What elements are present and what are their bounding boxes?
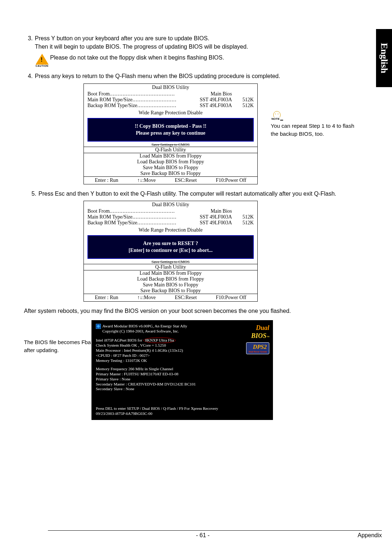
key-hint: ↑↓:Move — [137, 295, 156, 301]
menu-item: Load Main BIOS from Floppy — [84, 153, 257, 159]
banner-line: !! Copy BIOS completed - Pass !! — [88, 123, 253, 129]
label: Boot From — [87, 208, 110, 214]
boot-line: Intel i875P AGPset BIOS for — [96, 338, 142, 342]
boot-line: Press DEL to enter SETUP / Dual BIOS / Q… — [96, 406, 218, 411]
after-paragraph: After system reboots, you may find the B… — [24, 307, 365, 315]
qflash-title: Q-Flash Utility — [84, 147, 257, 153]
size: 512K — [232, 214, 254, 220]
note-text: You can repeat Step 1 to 4 to flash the … — [271, 122, 354, 138]
bios-dialog-2: Dual BIOS Utility Boot From.............… — [83, 201, 258, 302]
energy-icon — [96, 324, 101, 329]
bios-banner: Are you sure to RESET ? [Enter] to conti… — [87, 235, 254, 259]
bios-footer: Enter : Run ↑↓:Move ESC:Reset F10:Power … — [84, 294, 257, 301]
label: Main ROM Type/Size — [87, 214, 132, 220]
boot-line: Secondary Slave : None — [96, 387, 134, 391]
boot-line: Check System Health OK , VCore = 1.5250 — [96, 343, 166, 347]
bios-title: Dual BIOS Utility — [84, 201, 257, 208]
page-footer: - 61 - Appendix — [48, 530, 382, 539]
circled-bios-name: 8KNXP Ultra Fba — [143, 338, 176, 343]
boot-line: Copyright (C) 1984-2003, Award Software,… — [102, 329, 179, 333]
step-num: 5. — [24, 189, 36, 198]
boot-label: The BIOS file becomes Fba after updating… — [24, 320, 91, 355]
value: Main Bios — [211, 91, 232, 97]
bios-footer: Enter : Run ↑↓:Move ESC:Reset F10:Power … — [84, 176, 257, 184]
size: 512K — [232, 103, 254, 109]
note-icon: NOTE — [271, 111, 283, 121]
step-text: Press any keys to return to the Q-Flash … — [35, 72, 280, 80]
value: SST 49LF003A — [200, 97, 232, 103]
label: Backup ROM Type/Size — [87, 220, 137, 226]
bios-banner: !! Copy BIOS completed - Pass !! Please … — [87, 118, 254, 142]
step-num: 4. — [24, 72, 33, 80]
page-number: - 61 - — [196, 532, 209, 539]
value: SST 49LF003A — [200, 220, 232, 226]
key-hint: ↑↓:Move — [137, 177, 156, 183]
section-name: Appendix — [358, 532, 382, 539]
boot-screen: DualBIOS™ DPS2Dual Power System Award Mo… — [91, 320, 273, 420]
strike-text: Save Settings to CMOS — [84, 142, 257, 147]
language-tab: English — [376, 29, 392, 87]
logos: DualBIOS™ DPS2Dual Power System — [246, 324, 269, 355]
boot-line: Primary Slave : None — [96, 377, 130, 381]
qflash-title: Q-Flash Utility — [84, 264, 257, 270]
step-text: Press Esc and then Y button to exit the … — [38, 189, 336, 198]
banner-line: [Enter] to continure or [Esc] to abort..… — [88, 248, 253, 253]
step-5: 5. Press Esc and then Y button to exit t… — [24, 189, 365, 198]
menu-item: Load Main BIOS from Floppy — [84, 270, 257, 276]
dualbios-logo: DualBIOS™ — [246, 324, 269, 340]
key-hint: ESC:Reset — [175, 177, 197, 183]
menu-item: Save Main BIOS to Floppy — [84, 282, 257, 288]
menu-item: Save Main BIOS to Floppy — [84, 165, 257, 171]
menu-item: Save Backup BIOS to Floppy — [84, 288, 257, 294]
boot-line: Memory Testing : 131072K OK — [96, 358, 147, 363]
boot-line: <CPUID : 0F27 Patch ID : 0027> — [96, 353, 150, 358]
dps2-logo: DPS2Dual Power System — [246, 342, 269, 355]
key-hint: Enter : Run — [95, 177, 118, 183]
page-content: 3. Press Y button on your keyboard after… — [24, 9, 365, 539]
boot-line: Memory Frequency 266 MHz in Single Chann… — [96, 367, 173, 371]
boot-line: 09/23/2003-i875P-6A79BG03C-00 — [96, 411, 152, 416]
size: 512K — [232, 97, 254, 103]
step-num: 3. — [24, 34, 33, 51]
boot-line: Award Modular BIOS v6.00PG, An Energy St… — [102, 324, 187, 328]
boot-line: Primary Master : FUJITSU MPE3170AT ED-03… — [96, 372, 178, 376]
label: Boot From — [87, 91, 110, 97]
key-hint: F10:Power Off — [216, 295, 246, 301]
bios-title: Dual BIOS Utility — [84, 84, 257, 91]
caution-icon: ! CAUTION — [36, 54, 50, 68]
key-hint: F10:Power Off — [216, 177, 246, 183]
menu-item: Load Backup BIOS from Floppy — [84, 159, 257, 165]
value: SST 49LF003A — [200, 214, 232, 220]
step-3: 3. Press Y button on your keyboard after… — [24, 34, 365, 51]
menu-item: Save Backup BIOS to Floppy — [84, 171, 257, 176]
step-4: 4. Press any keys to return to the Q-Fla… — [24, 72, 365, 80]
banner-line: Please press any key to continue — [88, 130, 253, 136]
boot-row: The BIOS file becomes Fba after updating… — [24, 320, 365, 420]
banner-line: Are you sure to RESET ? — [88, 241, 253, 246]
boot-line: Secondary Master : CREATIVEDVD-RM DVD124… — [96, 382, 196, 386]
label: Main ROM Type/Size — [87, 97, 132, 103]
caution-row: ! CAUTION Please do not take out the flo… — [36, 54, 365, 68]
key-hint: Enter : Run — [95, 295, 118, 301]
bios-dialog-1: Dual BIOS Utility Boot From.............… — [83, 83, 258, 184]
wrp-row: Wide Range Protection Disable — [84, 226, 257, 234]
menu-item: Load Backup BIOS from Floppy — [84, 276, 257, 282]
wrp-row: Wide Range Protection Disable — [84, 109, 257, 117]
caution-text: Please do not take out the floppy disk w… — [50, 54, 224, 62]
note-block: NOTE You can repeat Step 1 to 4 to flash… — [271, 111, 354, 138]
boot-line: Main Processor : Intel Pentium(R) 4 1.6G… — [96, 348, 183, 352]
label: Backup ROM Type/Size — [87, 103, 137, 109]
value: SST 49LF003A — [200, 103, 232, 109]
strike-text: Save Settings to CMOS — [84, 260, 257, 264]
size: 512K — [232, 220, 254, 226]
step-text: Press Y button on your keyboard after yo… — [35, 34, 248, 51]
value: Main Bios — [211, 208, 232, 214]
key-hint: ESC:Reset — [175, 295, 197, 301]
